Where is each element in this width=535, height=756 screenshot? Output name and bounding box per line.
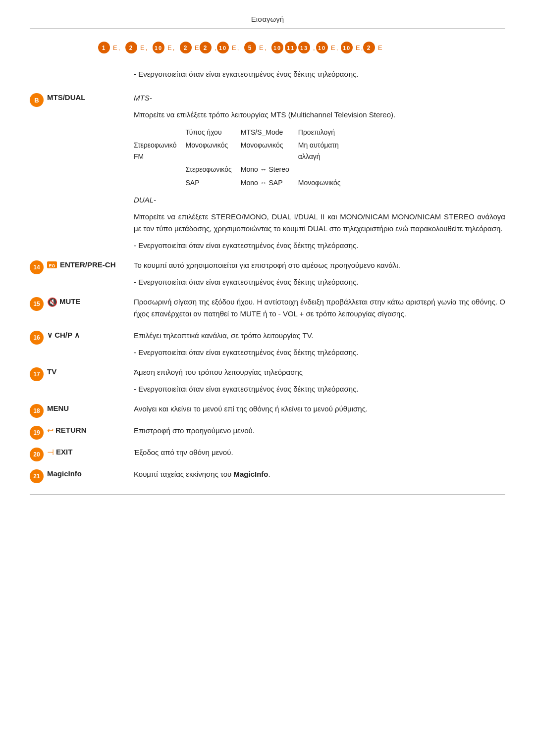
badge-16: 16: [30, 331, 44, 345]
exit-desc: Έξοδος από την οθόνη μενού.: [134, 447, 505, 458]
row1-col2: Μονοφωνικός: [185, 139, 240, 163]
svg-text:10: 10: [155, 45, 162, 51]
svg-text:10: 10: [219, 45, 227, 51]
dual-label: DUAL-: [134, 194, 505, 206]
section-14: 14 EO ENTER/PRE-CH Το κουμπί αυτό χρησιμ…: [30, 259, 505, 291]
section-21-label: 21 MagicInfo: [30, 468, 129, 483]
col-preset: Προεπιλογή: [298, 126, 350, 139]
mute-desc: Προσωρινή σίγαση της εξόδου ήχου. Η αντί…: [134, 296, 505, 320]
enter-icon: EO: [47, 260, 58, 269]
svg-text:E,: E,: [167, 44, 175, 51]
svg-text:10: 10: [318, 45, 326, 51]
section-17-name: TV: [47, 367, 56, 376]
title-text: Εισαγωγή: [251, 15, 284, 23]
section-14-content: Το κουμπί αυτό χρησιμοποιείται για επιστ…: [129, 259, 505, 291]
icon-row: 1 E, 2 E, 10 E, 2 E/ 2 , 10 E, 5 E,: [30, 38, 505, 57]
svg-text:E: E: [378, 44, 383, 51]
svg-text:10: 10: [273, 45, 281, 51]
row2-col3: Mono ↔ Stereo: [241, 163, 298, 176]
mts-label: MTS-: [134, 92, 505, 104]
section-19: 19 ↩ RETURN Επιστροφή στο προηγούμενο με…: [30, 425, 505, 442]
section-15: 15 🔇 MUTE Προσωρινή σίγαση της εξόδου ήχ…: [30, 296, 505, 325]
dual-desc: Μπορείτε να επιλέξετε STEREO/MONO, DUAL …: [134, 211, 505, 235]
section-19-content: Επιστροφή στο προηγούμενο μενού.: [129, 425, 505, 442]
svg-text:,: ,: [214, 44, 217, 51]
section-16-dash: - Ενεργοποιείται όταν είναι εγκατεστημέν…: [134, 347, 505, 358]
svg-text:1: 1: [102, 45, 107, 51]
section-20-label: 20 ⊣ EXIT: [30, 447, 129, 461]
svg-text:,: ,: [313, 44, 316, 51]
return-desc: Επιστροφή στο προηγούμενο μενού.: [134, 425, 505, 437]
svg-text:2: 2: [367, 45, 372, 51]
section-20: 20 ⊣ EXIT Έξοδος από την οθόνη μενού.: [30, 447, 505, 463]
exit-icon: ⊣: [47, 448, 54, 457]
page-title: Εισαγωγή: [30, 15, 505, 29]
badge-18: 18: [30, 404, 44, 418]
section-14-label: 14 EO ENTER/PRE-CH: [30, 259, 129, 274]
section-13-name: MTS/DUAL: [47, 93, 86, 101]
svg-text:11: 11: [287, 45, 295, 51]
section-18-label: 18 MENU: [30, 403, 129, 418]
svg-text:E,: E,: [331, 44, 339, 51]
row1-col1: ΣτερεοφωνικόFM: [134, 139, 185, 163]
col-empty: [134, 126, 185, 139]
svg-text:5: 5: [248, 45, 253, 51]
chp-desc: Επιλέγει τηλεοπτικά κανάλια, σε τρόπο λε…: [134, 330, 505, 342]
svg-text:EO: EO: [49, 263, 55, 268]
section-15-label: 15 🔇 MUTE: [30, 296, 129, 311]
badge-13: B: [30, 93, 44, 107]
section-18-content: Ανοίγει και κλείνει το μενού επί της οθό…: [129, 403, 505, 420]
mts-table: Τύπος ήχου MTS/S_Mode Προεπιλογή Στερεοφ…: [134, 126, 350, 189]
row3-col1: [134, 176, 185, 189]
magicinfo-desc: Κουμπί ταχείας εκκίνησης του MagicInfo.: [134, 468, 505, 480]
section-13-content: MTS- Μπορείτε να επιλέξετε τρόπο λειτουρ…: [129, 92, 505, 254]
section-13: B MTS/DUAL MTS- Μπορείτε να επιλέξετε τρ…: [30, 92, 505, 254]
svg-text:E,: E,: [232, 44, 240, 51]
section-16-name: ∨ CH/P ∧: [47, 331, 80, 340]
section-18: 18 MENU Ανοίγει και κλείνει το μενού επί…: [30, 403, 505, 420]
svg-text:10: 10: [343, 45, 351, 51]
mute-icon: 🔇: [47, 297, 57, 307]
svg-text:E,: E,: [113, 44, 121, 51]
section-17-content: Άμεση επιλογή του τρόπου λειτουργίας τηλ…: [129, 366, 505, 398]
section-20-content: Έξοδος από την οθόνη μενού.: [129, 447, 505, 463]
section-21: 21 MagicInfo Κουμπί ταχείας εκκίνησης το…: [30, 468, 505, 485]
badge-14: 14: [30, 260, 44, 274]
row1-col3: Μονοφωνικός: [241, 139, 298, 163]
mts-desc: Μπορείτε να επιλέξετε τρόπο λειτουργίας …: [134, 109, 505, 121]
badge-19: 19: [30, 426, 44, 440]
section-17-dash: - Ενεργοποιείται όταν είναι εγκατεστημέν…: [134, 383, 505, 395]
section-16-content: Επιλέγει τηλεοπτικά κανάλια, σε τρόπο λε…: [129, 330, 505, 361]
row3-col3: Mono ↔ SAP: [241, 176, 298, 189]
magicinfo-bold: MagicInfo: [234, 470, 268, 478]
enter-desc: Το κουμπί αυτό χρησιμοποιείται για επιστ…: [134, 259, 505, 271]
intro-content: - Ενεργοποιείται όταν είναι εγκατεστημέν…: [129, 68, 505, 83]
menu-desc: Ανοίγει και κλείνει το μενού επί της οθό…: [134, 403, 505, 415]
intro-label: [30, 68, 129, 69]
svg-text:E,: E,: [140, 44, 148, 51]
section-14-dash: - Ενεργοποιείται όταν είναι εγκατεστημέν…: [134, 276, 505, 288]
section-15-name: MUTE: [59, 297, 81, 305]
intro-dash-text: - Ενεργοποιείται όταν είναι εγκατεστημέν…: [134, 68, 505, 80]
section-17: 17 TV Άμεση επιλογή του τρόπου λειτουργί…: [30, 366, 505, 398]
row3-col2: SAP: [185, 176, 240, 189]
section-15-content: Προσωρινή σίγαση της εξόδου ήχου. Η αντί…: [129, 296, 505, 325]
page: Εισαγωγή 1 E, 2 E, 10 E, 2 E/ 2 ,: [0, 0, 535, 514]
section-21-name: MagicInfo: [47, 469, 82, 478]
row2-col1: [134, 163, 185, 176]
badge-20: 20: [30, 448, 44, 461]
intro-section: - Ενεργοποιείται όταν είναι εγκατεστημέν…: [30, 68, 505, 83]
return-icon: ↩: [47, 426, 54, 435]
svg-text:2: 2: [129, 45, 134, 51]
section-16-label: 16 ∨ CH/P ∧: [30, 330, 129, 345]
svg-text:2: 2: [204, 45, 208, 51]
row3-col4: Μονοφωνικός: [298, 176, 350, 189]
svg-text:13: 13: [300, 45, 308, 51]
section-17-label: 17 TV: [30, 366, 129, 381]
svg-text:E,: E,: [356, 44, 364, 51]
svg-text:E,: E,: [259, 44, 267, 51]
col-sound-type: Τύπος ήχου: [185, 126, 240, 139]
section-18-name: MENU: [47, 404, 69, 412]
mts-table-area: Τύπος ήχου MTS/S_Mode Προεπιλογή Στερεοφ…: [134, 126, 505, 189]
badge-17: 17: [30, 367, 44, 381]
